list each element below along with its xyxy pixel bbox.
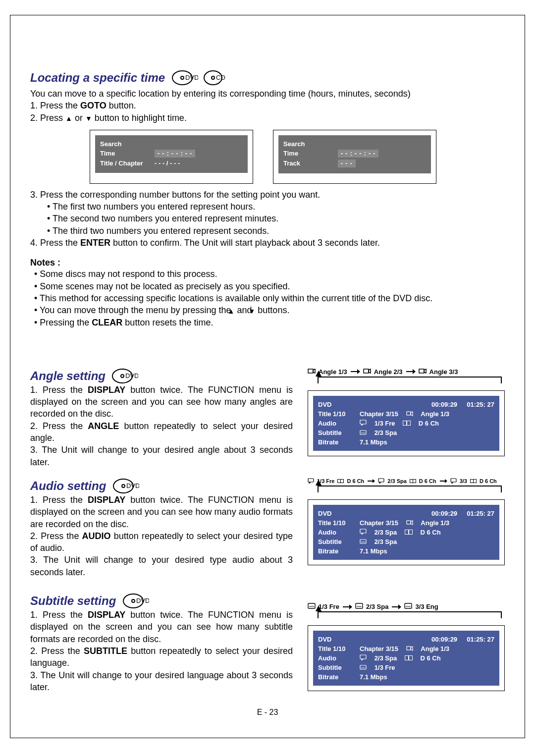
svg-rect-17 bbox=[360, 420, 366, 424]
svg-rect-66 bbox=[409, 656, 412, 660]
title-chapter-label: Title / Chapter bbox=[100, 160, 155, 167]
subtitle-step3: 3. The Unit will change to your desired … bbox=[30, 669, 293, 694]
osd-elapsed: 00:09:29 bbox=[431, 401, 457, 408]
osd-elapsed: 00:09:29 bbox=[431, 510, 457, 517]
svg-rect-19 bbox=[403, 421, 406, 425]
cd-disc-icon: CD bbox=[203, 70, 228, 86]
note2: • Some scenes may not be located as prec… bbox=[30, 280, 505, 292]
angle-a: Angle 1/3 bbox=[319, 368, 347, 376]
osd-total: 01:25: 27 bbox=[467, 401, 494, 408]
svg-rect-42 bbox=[407, 521, 411, 524]
angle-step1: 1. Press the DISPLAY button twice. The F… bbox=[30, 384, 293, 420]
camera-icon bbox=[406, 410, 413, 418]
time-label: Time bbox=[100, 150, 155, 157]
svg-marker-14 bbox=[413, 369, 416, 374]
section-audio: Audio setting DVD 1. Press the DISPLAY b… bbox=[30, 478, 505, 578]
svg-text:DVD: DVD bbox=[185, 74, 198, 81]
angle-step2: 2. Press the ANGLE button repeatedly to … bbox=[30, 420, 293, 444]
subtitle-icon bbox=[360, 664, 367, 671]
svg-rect-35 bbox=[413, 480, 416, 483]
speech-icon bbox=[308, 478, 314, 485]
audio-dd: D 6 Ch bbox=[347, 478, 364, 484]
text: button to confirm. The Unit will start p… bbox=[110, 238, 380, 248]
goto-button-label: GOTO bbox=[80, 101, 107, 110]
note5: • Pressing the CLEAR button resets the t… bbox=[30, 317, 505, 328]
audio-step1: 1. Press the DISPLAY button twice. The F… bbox=[30, 494, 293, 530]
camera-icon bbox=[308, 368, 316, 376]
svg-rect-41 bbox=[474, 480, 476, 483]
osd-chapter: Chapter 3/15 bbox=[360, 519, 398, 527]
osd-angle: Angle 1/3 bbox=[421, 410, 449, 418]
dvd-disc-icon: DVD bbox=[112, 478, 139, 494]
svg-marker-55 bbox=[349, 604, 352, 609]
svg-text:DVD: DVD bbox=[126, 482, 139, 489]
audio-c: 3/3 bbox=[460, 478, 467, 484]
subtitle-button-label: SUBTITLE bbox=[84, 646, 127, 656]
subtitle-osd: DVD00:09:29 01:25: 27 Title 1/10Chapter … bbox=[308, 625, 505, 691]
osd-audio-v: 1/3 Fre bbox=[374, 420, 395, 427]
svg-rect-26 bbox=[308, 479, 314, 482]
locating-title: Locating a specific time bbox=[30, 71, 165, 85]
text: or bbox=[72, 113, 85, 123]
osd-sub-l: Subtitle bbox=[318, 664, 357, 671]
loopback-arrow bbox=[318, 486, 502, 492]
svg-marker-59 bbox=[398, 604, 401, 609]
audio-dd: D 6 Ch bbox=[419, 478, 436, 484]
section-locating: Locating a specific time DVD CD You can … bbox=[30, 70, 505, 328]
speech-icon bbox=[360, 654, 367, 662]
display-button-label: DISPLAY bbox=[88, 610, 125, 620]
text: 2. Press the bbox=[30, 646, 84, 656]
svg-marker-37 bbox=[445, 479, 447, 483]
osd-bit-v: 7.1 Mbps bbox=[360, 673, 387, 681]
sub-a: 1/3 Fre bbox=[319, 603, 339, 610]
subtitle-icon bbox=[360, 429, 367, 436]
dolby-icon bbox=[405, 654, 413, 662]
osd-audio-l: Audio bbox=[318, 529, 357, 536]
camera-icon bbox=[406, 519, 413, 527]
locating-step3c: • The third two numbers you entered repr… bbox=[30, 225, 505, 237]
dvd-disc-icon: DVD bbox=[171, 70, 198, 86]
camera-icon bbox=[406, 645, 413, 652]
dolby-icon bbox=[405, 529, 413, 536]
speech-icon bbox=[360, 420, 367, 427]
osd-inner: DVD00:09:29 01:25: 27 Title 1/10Chapter … bbox=[313, 396, 499, 451]
text: 2. Press the bbox=[30, 421, 88, 431]
subtitle-icon bbox=[355, 603, 363, 610]
locating-step4: 4. Press the ENTER button to confirm. Th… bbox=[30, 237, 505, 249]
loopback-arrow bbox=[318, 377, 502, 383]
svg-point-7 bbox=[121, 375, 124, 378]
track-value: - - - bbox=[338, 160, 356, 167]
text: button to highlight time. bbox=[92, 113, 187, 123]
svg-rect-20 bbox=[407, 421, 410, 425]
svg-rect-67 bbox=[360, 665, 366, 669]
angle-b: Angle 2/3 bbox=[374, 368, 403, 376]
osd-bit-v: 7.1 Mbps bbox=[360, 547, 387, 555]
svg-rect-46 bbox=[409, 530, 412, 534]
osd-title: Title 1/10 bbox=[318, 519, 357, 527]
osd-bit-l: Bitrate bbox=[318, 438, 357, 446]
audio-b: 2/3 Spa bbox=[387, 478, 407, 484]
svg-marker-11 bbox=[357, 369, 360, 374]
svg-point-4 bbox=[212, 76, 214, 79]
osd-audio-v: 2/3 Spa bbox=[374, 529, 397, 536]
angle-button-label: ANGLE bbox=[88, 421, 119, 431]
display-button-label: DISPLAY bbox=[88, 495, 125, 505]
osd-chapter: Chapter 3/15 bbox=[360, 410, 398, 418]
angle-step3: 3. The Unit will change to your desired … bbox=[30, 444, 293, 468]
svg-rect-34 bbox=[410, 480, 413, 483]
svg-rect-21 bbox=[360, 431, 366, 434]
text: 1. Press the bbox=[30, 610, 88, 620]
osd-inner: DVD00:09:29 01:25: 27 Title 1/10Chapter … bbox=[313, 505, 499, 560]
text: 2. Press the bbox=[30, 531, 82, 541]
osd-dvd: DVD bbox=[318, 636, 357, 643]
svg-rect-40 bbox=[471, 480, 473, 483]
dvd-search-panel: Search Time- - : - - : - - Title / Chapt… bbox=[90, 130, 253, 184]
osd-audio-dd: D 6 Ch bbox=[420, 529, 440, 536]
svg-marker-31 bbox=[373, 479, 375, 483]
svg-text:DVD: DVD bbox=[136, 597, 149, 604]
svg-point-24 bbox=[122, 485, 125, 487]
osd-audio-v: 2/3 Spa bbox=[374, 654, 397, 662]
time-value: - - : - - : - - bbox=[155, 150, 195, 158]
search-panels: Search Time- - : - - : - - Title / Chapt… bbox=[90, 130, 505, 184]
osd-sub-v: 2/3 Spa bbox=[374, 538, 397, 545]
